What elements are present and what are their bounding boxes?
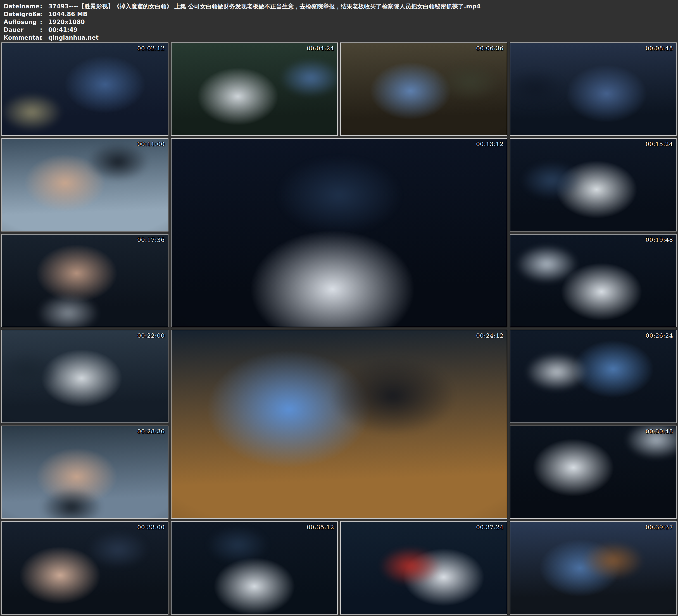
video-frame-placeholder xyxy=(172,43,337,135)
field-label: Dauer xyxy=(4,26,40,34)
field-separator: : xyxy=(40,10,48,18)
video-thumbnail[interactable]: 00:28:36 xyxy=(1,426,168,519)
field-separator: : xyxy=(40,2,48,10)
contact-sheet: Dateiname : 37493----【胜景影视】《掉入魔窟的女白领》 上集… xyxy=(0,0,678,616)
timestamp-overlay: 00:26:24 xyxy=(646,332,673,339)
file-info-row-dauer: Dauer : 00:41:49 xyxy=(4,26,675,34)
timestamp-overlay: 00:17:36 xyxy=(137,236,164,243)
video-frame-placeholder xyxy=(341,522,507,614)
comment-value: qinglanhua.net xyxy=(48,34,99,42)
timestamp-overlay: 00:35:12 xyxy=(307,524,334,531)
video-thumbnail[interactable]: 00:35:12 xyxy=(171,521,338,615)
video-frame-placeholder xyxy=(511,235,676,327)
field-label: Auflösung xyxy=(4,18,40,26)
filesize-value: 1044.86 MB xyxy=(48,10,87,18)
video-thumbnail-large[interactable]: 00:24:12 xyxy=(171,330,507,519)
filename-value: 37493----【胜景影视】《掉入魔窟的女白领》 上集 公司女白领做财务发现老… xyxy=(48,2,481,10)
video-thumbnail-large[interactable]: 00:13:12 xyxy=(171,138,507,327)
video-frame-placeholder xyxy=(2,43,168,135)
field-separator: : xyxy=(40,34,48,42)
timestamp-overlay: 00:37:24 xyxy=(476,524,503,531)
timestamp-overlay: 00:15:24 xyxy=(646,141,673,147)
timestamp-overlay: 00:28:36 xyxy=(137,428,164,435)
timestamp-overlay: 00:39:37 xyxy=(646,524,673,531)
video-thumbnail[interactable]: 00:08:48 xyxy=(510,42,677,136)
file-info-row-dateiname: Dateiname : 37493----【胜景影视】《掉入魔窟的女白领》 上集… xyxy=(4,2,675,10)
video-frame-placeholder xyxy=(2,330,168,422)
video-thumbnail[interactable]: 00:26:24 xyxy=(510,330,677,423)
video-thumbnail[interactable]: 00:17:36 xyxy=(1,234,168,327)
timestamp-overlay: 00:02:12 xyxy=(137,45,164,52)
timestamp-overlay: 00:13:12 xyxy=(476,141,503,147)
video-frame-placeholder xyxy=(511,330,676,422)
video-frame-placeholder xyxy=(511,426,676,518)
timestamp-overlay: 00:24:12 xyxy=(476,332,503,339)
video-frame-placeholder xyxy=(511,139,676,231)
video-frame-placeholder xyxy=(172,330,507,518)
video-thumbnail[interactable]: 00:02:12 xyxy=(1,42,168,136)
video-frame-placeholder xyxy=(2,139,168,231)
video-frame-placeholder xyxy=(2,235,168,327)
field-label: Kommentar xyxy=(4,34,40,42)
video-thumbnail[interactable]: 00:19:48 xyxy=(510,234,677,327)
file-info-row-aufloesung: Auflösung : 1920x1080 xyxy=(4,18,675,26)
field-label: Dateiname xyxy=(4,2,40,10)
thumbnail-grid: 00:02:12 00:04:24 00:06:36 00:08:48 00:1… xyxy=(0,42,678,616)
timestamp-overlay: 00:06:36 xyxy=(476,45,503,52)
timestamp-overlay: 00:30:48 xyxy=(646,428,673,435)
timestamp-overlay: 00:19:48 xyxy=(646,236,673,243)
field-label: Dateigröße xyxy=(4,10,40,18)
timestamp-overlay: 00:22:00 xyxy=(137,332,164,339)
video-thumbnail[interactable]: 00:30:48 xyxy=(510,426,677,519)
video-thumbnail[interactable]: 00:04:24 xyxy=(171,42,338,136)
video-frame-placeholder xyxy=(172,522,337,614)
timestamp-overlay: 00:33:00 xyxy=(137,524,164,531)
file-info-row-dateigroesse: Dateigröße : 1044.86 MB xyxy=(4,10,675,18)
video-thumbnail[interactable]: 00:15:24 xyxy=(510,138,677,231)
video-frame-placeholder xyxy=(511,43,676,135)
video-frame-placeholder xyxy=(2,522,168,614)
timestamp-overlay: 00:11:00 xyxy=(137,141,164,147)
file-info-row-kommentar: Kommentar : qinglanhua.net xyxy=(4,34,675,42)
duration-value: 00:41:49 xyxy=(48,26,77,34)
timestamp-overlay: 00:08:48 xyxy=(646,45,673,52)
file-info-header: Dateiname : 37493----【胜景影视】《掉入魔窟的女白领》 上集… xyxy=(0,0,678,42)
video-thumbnail[interactable]: 00:06:36 xyxy=(340,42,507,136)
video-thumbnail[interactable]: 00:11:00 xyxy=(1,138,168,231)
video-frame-placeholder xyxy=(172,139,507,327)
video-frame-placeholder xyxy=(511,522,676,614)
field-separator: : xyxy=(40,18,48,26)
resolution-value: 1920x1080 xyxy=(48,18,85,26)
video-thumbnail[interactable]: 00:39:37 xyxy=(510,521,677,615)
timestamp-overlay: 00:04:24 xyxy=(307,45,334,52)
video-thumbnail[interactable]: 00:37:24 xyxy=(340,521,507,615)
video-frame-placeholder xyxy=(341,43,507,135)
video-frame-placeholder xyxy=(2,426,168,518)
field-separator: : xyxy=(40,26,48,34)
video-thumbnail[interactable]: 00:22:00 xyxy=(1,330,168,423)
video-thumbnail[interactable]: 00:33:00 xyxy=(1,521,168,615)
